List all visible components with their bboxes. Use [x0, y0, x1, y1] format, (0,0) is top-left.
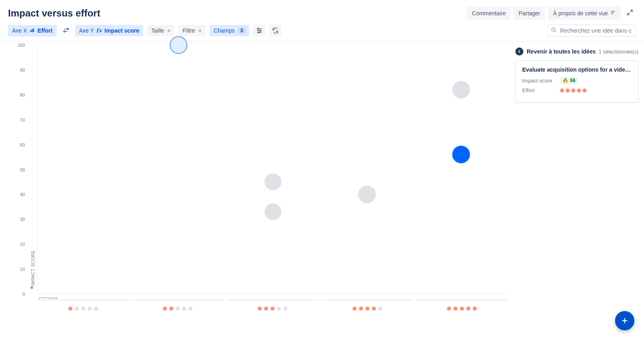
y-tick: 60 [20, 142, 25, 147]
fields-pill[interactable]: Champs 3 [210, 25, 250, 36]
idea-card[interactable]: Evaluate acquisition options for a video… [515, 60, 638, 103]
effort-dots [560, 89, 587, 93]
x-category [416, 299, 508, 326]
selection-count: 1 sélectionnée(s) [599, 49, 638, 55]
y-tick: 30 [20, 217, 25, 222]
axis-y-value: Impact score [105, 27, 139, 34]
fields-count-badge: 3 [238, 27, 246, 34]
svg-point-11 [258, 32, 259, 33]
impact-score-value: 56 [570, 78, 575, 83]
about-view-label: À propos de cette vue [553, 10, 608, 16]
x-category [132, 299, 224, 326]
comment-button[interactable]: Commentaire [467, 7, 511, 20]
y-tick: 0 [23, 292, 25, 297]
data-point[interactable] [265, 203, 281, 220]
expand-button[interactable] [624, 6, 636, 20]
x-category [226, 299, 319, 326]
lock-icon [30, 284, 34, 291]
axis-x-label: Axe X [12, 27, 27, 34]
share-button[interactable]: Partager [514, 7, 545, 20]
data-point[interactable] [452, 81, 470, 99]
back-arrow-icon [515, 47, 523, 56]
y-tick: 80 [20, 93, 25, 97]
axis-y-label: Axe Y [79, 27, 94, 34]
fire-icon: 🔥 [562, 78, 568, 83]
y-tick: 70 [20, 117, 25, 122]
settings-icon-button[interactable] [253, 25, 265, 37]
y-axis-label: IMPACT SCORE [31, 250, 35, 286]
fx-icon: ƒx [96, 27, 102, 34]
svg-point-10 [260, 30, 261, 31]
chart-area: 0102030405060708090100 IMPACT SCORE EFFO… [9, 45, 510, 334]
data-point[interactable] [265, 173, 281, 190]
y-tick: 50 [20, 167, 25, 172]
impact-score-label: Impact score [522, 78, 555, 84]
size-pill[interactable]: Taille + [147, 25, 174, 36]
bar-chart-icon [29, 27, 35, 34]
data-point[interactable] [170, 36, 187, 54]
idea-card-title: Evaluate acquisition options for a video… [522, 66, 632, 73]
svg-point-12 [552, 28, 555, 31]
svg-rect-3 [31, 30, 31, 32]
filter-pill[interactable]: Filtre + [178, 25, 205, 36]
svg-point-9 [258, 28, 259, 29]
y-tick: 20 [20, 242, 25, 247]
impact-score-badge: 🔥 56 [560, 77, 578, 84]
svg-rect-14 [31, 287, 33, 289]
fields-label: Champs [214, 27, 235, 34]
page-title: Impact versus effort [8, 8, 100, 19]
y-tick: 40 [20, 192, 25, 197]
svg-rect-5 [33, 28, 34, 32]
refresh-icon-button[interactable] [269, 25, 281, 37]
axis-x-value: Effort [37, 27, 52, 34]
plus-icon: + [198, 27, 201, 34]
y-tick: 90 [20, 68, 25, 72]
size-label: Taille [151, 27, 164, 34]
data-point[interactable] [452, 146, 470, 163]
search-icon [551, 27, 556, 34]
svg-rect-4 [32, 29, 33, 32]
swap-axes-button[interactable] [61, 25, 71, 37]
plus-icon: + [167, 27, 170, 34]
y-tick: 10 [20, 267, 25, 272]
filter-label: Filtre [183, 27, 195, 34]
axis-x-pill[interactable]: Axe X Effort [8, 25, 57, 37]
about-view-button[interactable]: À propos de cette vue [548, 6, 621, 20]
create-fab-button[interactable] [615, 311, 634, 330]
effort-label: Effort [522, 87, 555, 93]
back-to-all-ideas-button[interactable]: Revenir à toutes les idées [515, 47, 596, 56]
back-label: Revenir à toutes les idées [527, 48, 596, 55]
axis-y-pill[interactable]: Axe Y ƒx Impact score [75, 25, 143, 36]
x-category [37, 299, 129, 326]
data-point[interactable] [358, 185, 376, 203]
menu-icon [610, 10, 616, 16]
search-input[interactable] [548, 25, 636, 37]
y-tick: 100 [18, 43, 25, 47]
x-category [321, 299, 414, 326]
svg-line-13 [555, 31, 556, 32]
